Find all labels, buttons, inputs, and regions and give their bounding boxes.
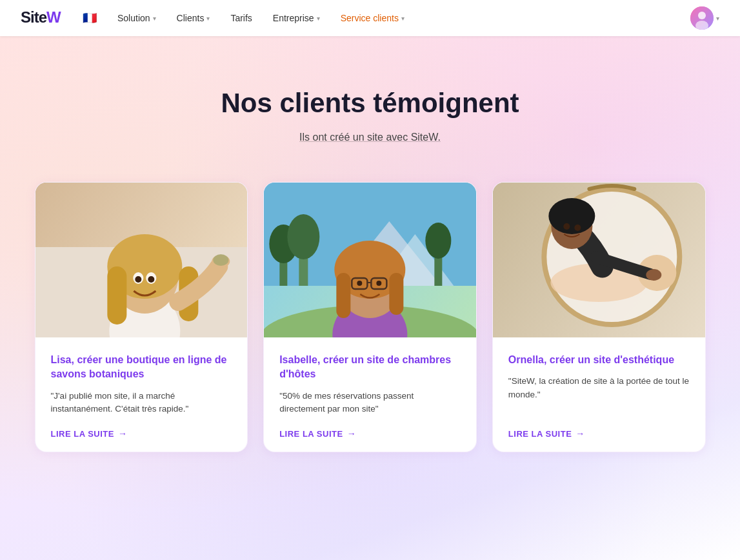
card-title-2: Isabelle, créer un site de chambres d'hô…	[279, 353, 461, 382]
testimonials-grid: Lisa, créer une boutique en ligne de sav…	[9, 182, 732, 452]
nav-item-tarifs[interactable]: Tarifs	[223, 9, 259, 27]
card-title-3: Ornella, créer un site d'esthétique	[508, 353, 690, 367]
nav-links: Solution ▾ Clients ▾ Tarifs Entreprise ▾…	[110, 9, 690, 27]
testimonial-card-1: Lisa, créer une boutique en ligne de sav…	[35, 182, 248, 452]
svg-rect-11	[107, 266, 126, 325]
svg-rect-34	[337, 273, 351, 318]
svg-point-39	[357, 281, 363, 286]
nav-item-clients[interactable]: Clients ▾	[169, 9, 218, 27]
avatar[interactable]	[690, 6, 714, 30]
chevron-down-icon: ▾	[153, 15, 156, 22]
arrow-right-icon: →	[118, 428, 128, 439]
card-quote-3: "SiteW, la création de site à la portée …	[508, 375, 690, 415]
svg-point-15	[135, 276, 141, 283]
card-link-1[interactable]: LIRE LA SUITE →	[51, 428, 232, 439]
svg-text:W: W	[46, 8, 61, 26]
card-body-1: Lisa, créer une boutique en ligne de sav…	[35, 337, 248, 452]
navbar: Site W 🇫🇷 Solution ▾ Clients ▾ Tarifs En…	[0, 0, 740, 36]
svg-text:Site: Site	[21, 8, 47, 26]
svg-point-48	[563, 223, 570, 230]
nav-item-service-clients[interactable]: Service clients ▾	[333, 9, 412, 27]
card-body-3: Ornella, créer un site d'esthétique "Sit…	[493, 337, 705, 452]
card-image-2	[264, 183, 476, 337]
svg-point-28	[426, 223, 452, 259]
chevron-down-icon: ▾	[317, 15, 320, 22]
hero-subtitle: Ils ont créé un site avec SiteW.	[299, 132, 441, 143]
chevron-down-icon: ▾	[401, 15, 405, 22]
card-image-1	[35, 183, 248, 337]
svg-point-49	[574, 225, 581, 231]
svg-point-26	[288, 214, 320, 259]
svg-point-50	[646, 269, 661, 281]
card-title-1: Lisa, créer une boutique en ligne de sav…	[51, 353, 232, 382]
hero-section: Nos clients témoignent Ils ont créé un s…	[0, 36, 740, 560]
card-body-2: Isabelle, créer un site de chambres d'hô…	[264, 337, 476, 452]
card-quote-1: "J'ai publié mon site, il a marché insta…	[51, 390, 232, 416]
language-flag[interactable]: 🇫🇷	[83, 11, 97, 25]
chevron-down-icon: ▾	[716, 15, 719, 22]
page-title: Nos clients témoignent	[221, 88, 519, 119]
nav-item-entreprise[interactable]: Entreprise ▾	[265, 9, 328, 27]
arrow-right-icon: →	[575, 428, 585, 439]
chevron-down-icon: ▾	[206, 15, 210, 22]
card-quote-2: "50% de mes réservations passent directe…	[279, 390, 461, 416]
card-link-2[interactable]: LIRE LA SUITE →	[279, 428, 461, 439]
card-link-3[interactable]: LIRE LA SUITE →	[508, 428, 690, 439]
testimonial-card-3: Ornella, créer un site d'esthétique "Sit…	[492, 182, 706, 452]
svg-point-47	[548, 198, 595, 234]
testimonial-card-2: Isabelle, créer un site de chambres d'hô…	[263, 182, 477, 452]
arrow-right-icon: →	[347, 428, 357, 439]
nav-item-solution[interactable]: Solution ▾	[110, 9, 164, 27]
svg-point-18	[213, 254, 228, 266]
site-logo[interactable]: Site W	[21, 6, 67, 30]
svg-point-3	[698, 12, 706, 19]
svg-rect-35	[390, 273, 404, 315]
user-avatar-area[interactable]: ▾	[690, 6, 719, 30]
card-image-3	[493, 183, 705, 337]
svg-point-40	[377, 281, 382, 286]
svg-point-16	[148, 276, 154, 283]
